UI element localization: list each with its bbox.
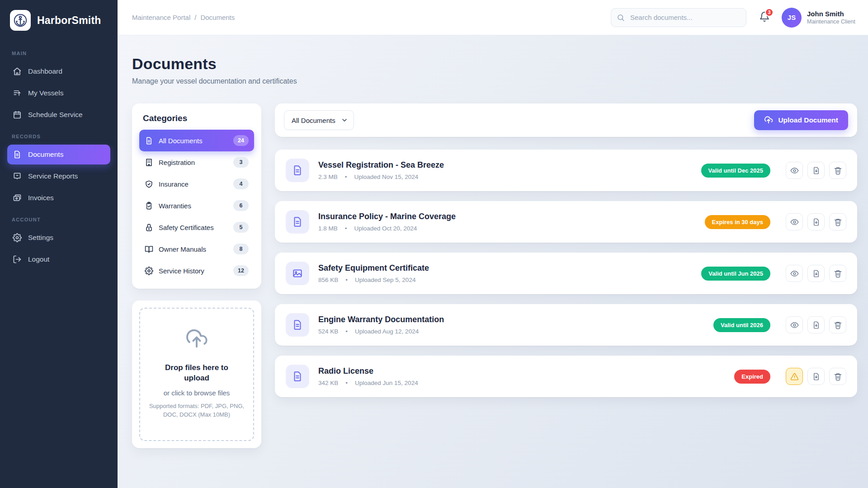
search-icon [617, 14, 625, 22]
calendar-icon [13, 110, 22, 119]
document-icon [145, 136, 153, 145]
view-button[interactable] [786, 316, 803, 333]
document-filter-select[interactable]: All Documents [284, 110, 354, 130]
meta-dot: • [345, 277, 348, 283]
delete-button[interactable] [829, 265, 846, 282]
user-menu[interactable]: JS John Smith Maintenance Client [782, 8, 855, 28]
eye-icon [790, 166, 799, 175]
trash-icon [834, 269, 842, 278]
brand-name: HarborSmith [37, 14, 101, 27]
category-count: 8 [233, 244, 249, 254]
content: Documents Manage your vessel documentati… [118, 35, 868, 488]
sidebar-item-label: Invoices [28, 194, 54, 202]
document-size: 524 KB [318, 328, 338, 335]
document-row: Safety Equipment Certificate 856 KB • Up… [275, 253, 857, 294]
status-badge: Expires in 30 days [705, 215, 770, 229]
category-count: 5 [233, 222, 249, 233]
status-badge: Valid until 2026 [713, 318, 770, 332]
sidebar-item-dashboard[interactable]: Dashboard [7, 61, 110, 81]
sidebar-item-label: Schedule Service [28, 111, 83, 119]
upload-button-label: Upload Document [778, 116, 838, 124]
categories-panel: Categories All Documents 24 Registration… [132, 103, 261, 289]
sidebar-item-label: Service Reports [28, 172, 78, 180]
home-icon [13, 67, 22, 76]
warning-triangle-icon [790, 372, 799, 381]
topbar: Maintenance Portal / Documents 3 JS John… [118, 0, 868, 35]
delete-button[interactable] [829, 368, 846, 385]
category-all-documents[interactable]: All Documents 24 [139, 130, 254, 151]
notifications-button[interactable]: 3 [759, 11, 770, 24]
categories-title: Categories [139, 113, 254, 130]
file-download-icon [812, 166, 821, 175]
category-count: 6 [233, 200, 249, 211]
avatar: JS [782, 8, 802, 28]
file-download-icon [812, 218, 821, 226]
category-label: Registration [159, 159, 228, 166]
sidebar-item-settings[interactable]: Settings [7, 228, 110, 248]
gear-icon [145, 267, 153, 275]
category-warranties[interactable]: Warranties 6 [139, 195, 254, 216]
sidebar-item-schedule-service[interactable]: Schedule Service [7, 105, 110, 125]
breadcrumb-root[interactable]: Maintenance Portal [132, 14, 190, 21]
file-download-icon [812, 269, 821, 278]
brand: HarborSmith [0, 0, 118, 42]
category-label: Service History [159, 267, 228, 275]
download-button[interactable] [807, 368, 825, 385]
invoice-icon [13, 193, 22, 202]
download-button[interactable] [807, 213, 825, 230]
download-button[interactable] [807, 162, 825, 179]
upload-document-button[interactable]: Upload Document [754, 110, 848, 130]
view-button[interactable] [786, 265, 803, 282]
category-count: 3 [233, 157, 249, 168]
sidebar-item-my-vessels[interactable]: My Vessels [7, 83, 110, 103]
delete-button[interactable] [829, 162, 846, 179]
anchor-icon [14, 14, 27, 27]
meta-dot: • [345, 328, 348, 335]
sidebar-item-documents[interactable]: Documents [7, 145, 110, 164]
file-dropzone[interactable]: Drop files here to upload or click to br… [139, 308, 254, 441]
document-list: Vessel Registration - Sea Breeze 2.3 MB … [275, 150, 857, 397]
cloud-upload-icon [185, 328, 208, 351]
upload-panel: Drop files here to upload or click to br… [132, 300, 261, 448]
nav-section-records: RECORDS [0, 126, 118, 144]
file-text-icon [286, 159, 309, 182]
document-uploaded: Uploaded Jun 15, 2024 [355, 380, 418, 386]
right-column: All Documents Upload Document [275, 103, 857, 397]
document-row: Engine Warranty Documentation 524 KB • U… [275, 304, 857, 346]
sidebar-item-service-reports[interactable]: Service Reports [7, 166, 110, 186]
nav-section-main: MAIN [0, 42, 118, 61]
shield-check-icon [145, 180, 153, 188]
category-owner-manuals[interactable]: Owner Manuals 8 [139, 238, 254, 260]
page-title: Documents [132, 55, 857, 73]
harborsmith-logo [10, 10, 31, 31]
status-badge: Valid until Jun 2025 [701, 267, 770, 281]
download-button[interactable] [807, 265, 825, 282]
documents-toolbar: All Documents Upload Document [275, 103, 857, 137]
view-button[interactable] [786, 213, 803, 230]
expired-warning-button[interactable] [786, 368, 803, 385]
view-button[interactable] [786, 162, 803, 179]
category-label: Safety Certificates [159, 224, 228, 231]
file-text-icon [286, 210, 309, 234]
category-count: 24 [233, 135, 249, 146]
gear-icon [13, 233, 22, 242]
document-size: 1.8 MB [318, 225, 338, 232]
search-input[interactable] [611, 8, 746, 27]
dropzone-title: Drop files here to upload [148, 363, 245, 384]
document-uploaded: Uploaded Aug 12, 2024 [355, 328, 419, 335]
nav-section-account: ACCOUNT [0, 209, 118, 227]
eye-icon [790, 218, 799, 226]
delete-button[interactable] [829, 213, 846, 230]
category-service-history[interactable]: Service History 12 [139, 260, 254, 282]
meta-dot: • [345, 225, 347, 232]
sidebar-item-invoices[interactable]: Invoices [7, 188, 110, 208]
category-label: Warranties [159, 202, 228, 210]
dropzone-subtitle: or click to browse files [148, 389, 245, 397]
download-button[interactable] [807, 316, 825, 333]
category-insurance[interactable]: Insurance 4 [139, 173, 254, 195]
category-safety-certificates[interactable]: Safety Certificates 5 [139, 216, 254, 238]
sidebar-item-logout[interactable]: Logout [7, 249, 110, 269]
search [611, 8, 746, 27]
delete-button[interactable] [829, 316, 846, 333]
category-registration[interactable]: Registration 3 [139, 151, 254, 173]
